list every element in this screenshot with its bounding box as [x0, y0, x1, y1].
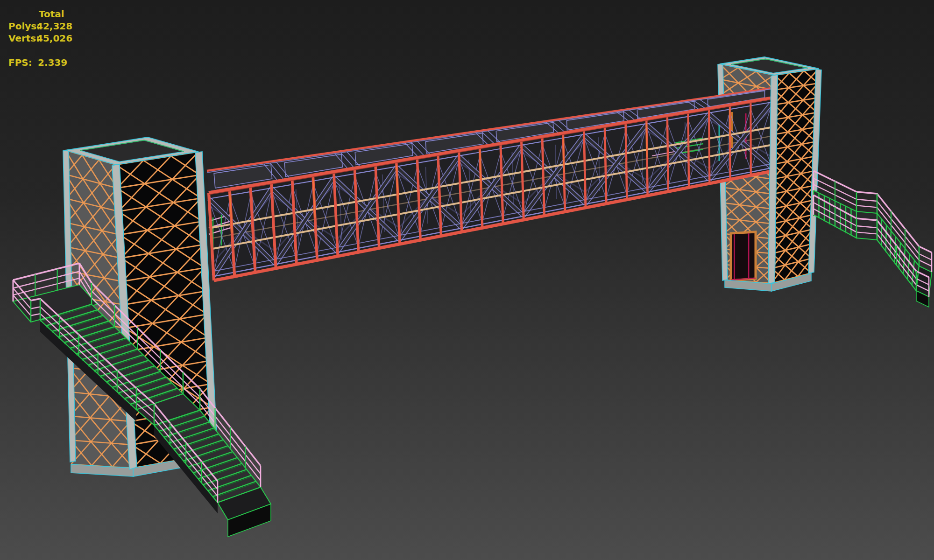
stats-polys-label: Polys:: [8, 21, 40, 31]
right-staircase: [814, 171, 932, 307]
wireframe-bridge-scene: [0, 0, 934, 560]
viewport-statistics: Total Polys: 42,328 Verts: 45,026 FPS: 2…: [0, 0, 196, 84]
stats-verts-label: Verts:: [8, 34, 40, 43]
stats-verts-value: 45,026: [36, 34, 72, 43]
3d-viewport[interactable]: Total Polys: 42,328 Verts: 45,026 FPS: 2…: [0, 0, 934, 560]
right-tower-door: [731, 232, 756, 280]
stats-total-header: Total: [39, 9, 64, 19]
stats-fps-value: 2.339: [38, 58, 67, 67]
bridge-truss: [207, 88, 771, 280]
stats-fps-label: FPS:: [8, 58, 32, 67]
stats-polys-value: 42,328: [36, 21, 72, 31]
